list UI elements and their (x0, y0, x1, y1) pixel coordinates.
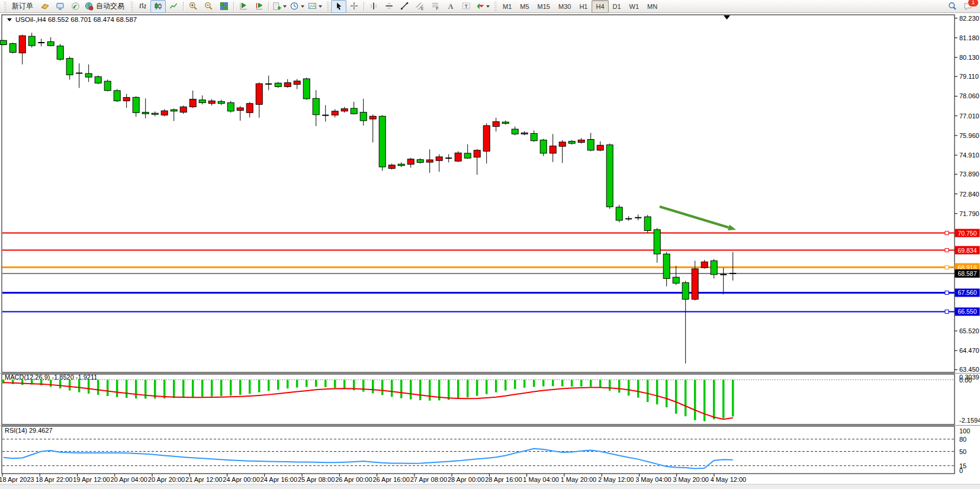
price-chart-canvas[interactable]: USOil-,H4 68.552 68.701 68.474 68.58782.… (0, 13, 980, 489)
svg-text:27 Apr 08:00: 27 Apr 08:00 (410, 476, 447, 483)
svg-text:65.520: 65.520 (959, 327, 979, 334)
chart-shift-button[interactable] (251, 0, 266, 13)
terminal-button[interactable] (52, 0, 68, 13)
templates-button[interactable] (306, 0, 324, 13)
periods-button[interactable] (288, 0, 306, 13)
add-indicator-button[interactable] (271, 0, 288, 13)
zoom-in-button[interactable] (185, 0, 201, 13)
toolbar-grip[interactable] (3, 2, 7, 11)
svg-text:50: 50 (959, 448, 966, 455)
candlestick-chart-icon (154, 2, 163, 11)
timeframe-h1-button[interactable]: H1 (575, 0, 592, 13)
svg-text:64.470: 64.470 (959, 347, 979, 354)
svg-text:71.790: 71.790 (959, 210, 979, 217)
svg-text:T: T (464, 4, 468, 9)
svg-text:73.890: 73.890 (959, 170, 979, 178)
chevron-down-icon (283, 5, 287, 8)
signals-button[interactable] (68, 0, 83, 13)
timeframe-m1-button[interactable]: M1 (499, 0, 516, 13)
svg-text:67.560: 67.560 (957, 289, 976, 296)
auto-trading-button[interactable]: 自动交易 (83, 0, 128, 13)
timeframe-mn-button[interactable]: MN (643, 0, 661, 13)
svg-text:78.060: 78.060 (959, 92, 979, 99)
trendline-button[interactable] (397, 0, 412, 13)
svg-text:72.840: 72.840 (959, 191, 979, 198)
notifications-button[interactable]: 1 (960, 0, 975, 13)
timeframe-m5-button[interactable]: M5 (516, 0, 533, 13)
main-toolbar: 新订单 自动交易 E F A T (0, 0, 980, 13)
svg-text:1 May 04:00: 1 May 04:00 (523, 476, 559, 483)
svg-text:79.110: 79.110 (959, 73, 979, 80)
channel-icon: E (416, 2, 425, 11)
bar-chart-button[interactable] (135, 0, 150, 13)
timeframe-h4-button[interactable]: H4 (592, 0, 608, 13)
auto-scroll-button[interactable] (236, 0, 251, 13)
svg-text:0: 0 (959, 467, 963, 474)
new-order-label: 新订单 (10, 1, 35, 11)
line-chart-icon (169, 2, 178, 11)
chevron-down-icon (319, 5, 322, 8)
svg-text:100: 100 (959, 427, 970, 435)
toolbar-grip[interactable] (130, 2, 133, 11)
svg-text:F: F (436, 7, 438, 11)
text-label-icon: T (462, 2, 471, 11)
search-icon (948, 2, 957, 11)
candlestick-chart-button[interactable] (150, 0, 166, 13)
horizontal-line-icon (385, 2, 394, 11)
svg-text:77.010: 77.010 (959, 112, 979, 120)
chart-shift-icon (255, 2, 264, 11)
arrows-button[interactable] (474, 0, 491, 13)
search-button[interactable] (944, 0, 960, 13)
svg-text:21 Apr 12:00: 21 Apr 12:00 (185, 476, 222, 483)
arrows-icon (475, 2, 484, 11)
svg-text:18 Apr 22:00: 18 Apr 22:00 (36, 476, 72, 483)
svg-text:80.130: 80.130 (959, 54, 979, 61)
cursor-button[interactable] (331, 0, 346, 13)
add-indicator-icon (272, 2, 281, 11)
line-chart-button[interactable] (166, 0, 181, 13)
fibonacci-icon: F (431, 2, 440, 11)
trading-terminal-window: 新订单 自动交易 E F A T (0, 0, 980, 489)
navigator-icon (40, 2, 49, 11)
svg-text:26 Apr 16:00: 26 Apr 16:00 (372, 476, 409, 483)
svg-text:70.750: 70.750 (957, 230, 976, 237)
svg-text:26 Apr 00:00: 26 Apr 00:00 (335, 476, 372, 483)
crosshair-icon (350, 2, 359, 11)
crosshair-button[interactable] (346, 0, 362, 13)
horizontal-line-button[interactable] (381, 0, 397, 13)
svg-text:19 Apr 12:00: 19 Apr 12:00 (73, 476, 110, 483)
cursor-icon (335, 2, 343, 11)
zoom-out-button[interactable] (201, 0, 216, 13)
svg-text:4 May 12:00: 4 May 12:00 (711, 476, 747, 483)
navigator-button[interactable] (37, 0, 52, 13)
fibonacci-button[interactable]: F (428, 0, 443, 13)
svg-text:25 Apr 08:00: 25 Apr 08:00 (298, 476, 335, 483)
timeframe-m30-button[interactable]: M30 (554, 0, 575, 13)
svg-text:0.00: 0.00 (959, 377, 972, 384)
timeframe-d1-button[interactable]: D1 (609, 0, 625, 13)
tile-windows-button[interactable] (216, 0, 232, 13)
toolbar-grip[interactable] (493, 2, 497, 11)
toolbar-grip[interactable] (326, 2, 329, 11)
svg-text:3 May 04:00: 3 May 04:00 (635, 476, 671, 483)
svg-text:24 Apr 00:00: 24 Apr 00:00 (223, 476, 259, 483)
text-label-button[interactable]: T (458, 0, 474, 13)
text-icon: A (446, 2, 455, 11)
svg-text:80: 80 (959, 436, 966, 443)
timeframe-w1-button[interactable]: W1 (625, 0, 644, 13)
equidistant-channel-button[interactable]: E (412, 0, 428, 13)
auto-scroll-icon (239, 2, 248, 11)
svg-text:18 Apr 2023: 18 Apr 2023 (0, 476, 34, 483)
tile-windows-icon (220, 2, 229, 11)
svg-text:69.834: 69.834 (957, 247, 976, 254)
svg-text:24 Apr 16:00: 24 Apr 16:00 (261, 476, 297, 483)
svg-text:66.550: 66.550 (957, 308, 976, 315)
text-button[interactable]: A (443, 0, 458, 13)
svg-text:63.450: 63.450 (959, 366, 979, 373)
vertical-line-button[interactable] (366, 0, 381, 13)
new-order-button[interactable]: 新订单 (8, 0, 37, 13)
svg-text:28 Apr 16:00: 28 Apr 16:00 (485, 476, 522, 483)
trendline-icon (400, 2, 409, 11)
timeframe-m15-button[interactable]: M15 (534, 0, 554, 13)
svg-text:81.180: 81.180 (959, 34, 979, 41)
